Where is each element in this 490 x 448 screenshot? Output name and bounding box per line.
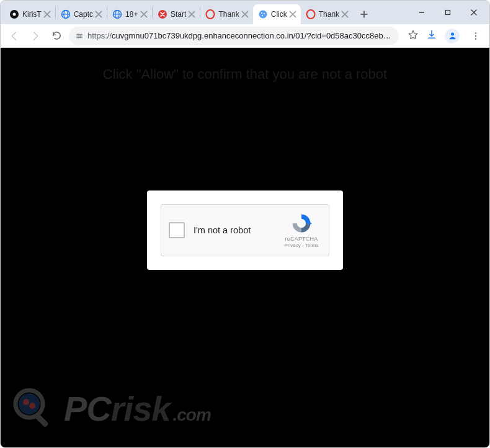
maximize-button[interactable]	[436, 4, 460, 21]
svg-point-14	[78, 34, 79, 35]
magnifier-bug-icon	[12, 387, 55, 430]
captcha-card: I'm not a robot reCAPTCHA Privacy - Term…	[147, 190, 343, 270]
minimize-icon	[418, 9, 425, 16]
svg-point-17	[451, 33, 454, 36]
svg-point-16	[78, 37, 79, 38]
close-icon[interactable]	[43, 10, 51, 19]
tab-4[interactable]: Thank	[200, 4, 252, 24]
watermark-text: PCrisk.com	[64, 388, 211, 429]
maximize-icon	[444, 9, 452, 16]
page-content: Click "Allow" to confirm that you are no…	[1, 48, 489, 447]
arrow-right-icon	[30, 30, 41, 42]
browser-window: KirisT Captc 18+	[0, 0, 490, 448]
titlebar: KirisT Captc 18+	[1, 1, 489, 24]
toolbar-actions	[408, 27, 484, 45]
kebab-icon	[471, 31, 481, 41]
address-bar[interactable]: https://cuvgmnu071bc739ukdpg.enhanceconn…	[69, 27, 399, 45]
tab-strip: KirisT Captc 18+	[4, 1, 404, 24]
recaptcha-label: I'm not a robot	[194, 225, 282, 235]
svg-rect-13	[446, 11, 450, 15]
watermark-dotcom: .com	[172, 405, 210, 425]
close-icon[interactable]	[94, 10, 103, 19]
svg-point-23	[19, 393, 40, 414]
close-icon[interactable]	[140, 10, 148, 19]
tab-title: KirisT	[22, 10, 42, 19]
svg-point-11	[262, 15, 263, 16]
favicon-globe-icon	[61, 9, 71, 19]
recaptcha-links[interactable]: Privacy - Terms	[282, 243, 321, 248]
recaptcha-brand: reCAPTCHA Privacy - Terms	[282, 212, 321, 248]
favicon-stop-icon	[158, 9, 167, 19]
toolbar: https://cuvgmnu071bc739ukdpg.enhanceconn…	[1, 24, 489, 48]
recaptcha-widget[interactable]: I'm not a robot reCAPTCHA Privacy - Term…	[161, 204, 329, 256]
svg-point-7	[207, 10, 215, 19]
back-button[interactable]	[6, 27, 23, 45]
watermark-pc: PC	[64, 388, 111, 429]
close-icon	[470, 9, 478, 16]
favicon-globe-icon	[112, 9, 122, 19]
menu-button[interactable]	[467, 27, 484, 45]
svg-point-9	[261, 12, 262, 14]
svg-point-15	[80, 35, 81, 36]
svg-point-18	[475, 32, 476, 34]
download-icon	[426, 29, 437, 40]
new-tab-button[interactable]	[355, 6, 373, 23]
reload-button[interactable]	[48, 27, 65, 45]
forward-button[interactable]	[27, 27, 44, 45]
close-window-button[interactable]	[462, 4, 486, 21]
close-icon[interactable]	[288, 10, 297, 19]
favicon-cookie-icon	[258, 9, 268, 19]
svg-point-8	[259, 11, 267, 19]
recaptcha-logo-icon	[290, 212, 313, 235]
close-icon[interactable]	[187, 10, 196, 19]
downloads-button[interactable]	[426, 29, 437, 43]
bookmark-button[interactable]	[408, 29, 419, 43]
svg-point-10	[264, 13, 265, 14]
svg-rect-26	[35, 413, 49, 428]
tab-title: Start	[171, 10, 186, 19]
profile-button[interactable]	[445, 29, 460, 43]
tab-title: Click	[271, 10, 287, 19]
tab-title: Thank	[218, 10, 239, 19]
favicon-dot-icon	[9, 9, 19, 19]
tune-icon	[75, 32, 84, 40]
person-icon	[448, 31, 457, 40]
favicon-opera-icon	[205, 9, 215, 19]
recaptcha-brand-name: reCAPTCHA	[282, 236, 321, 242]
watermark: PCrisk.com	[12, 387, 211, 430]
url-text: cuvgmnu071bc739ukdpg.enhanceconnection.c…	[112, 31, 393, 40]
close-icon[interactable]	[341, 10, 349, 19]
arrow-left-icon	[9, 30, 20, 42]
tab-1[interactable]: Captc	[56, 4, 107, 24]
tab-2[interactable]: 18+	[107, 4, 152, 24]
tab-3[interactable]: Start	[153, 4, 200, 24]
window-controls	[404, 1, 489, 24]
star-icon	[408, 29, 419, 40]
svg-marker-21	[309, 222, 312, 225]
tab-title: 18+	[125, 10, 138, 19]
tab-title: Thank	[319, 10, 339, 19]
svg-point-25	[29, 403, 35, 409]
reload-icon	[51, 30, 62, 41]
tab-title: Captc	[74, 10, 93, 19]
svg-point-1	[13, 13, 16, 16]
watermark-risk: risk	[111, 388, 171, 429]
svg-point-20	[475, 38, 476, 39]
svg-point-12	[306, 10, 314, 19]
page-headline: Click "Allow" to confirm that you are no…	[1, 66, 489, 83]
close-icon[interactable]	[241, 10, 249, 19]
url-scheme: https://	[87, 31, 112, 40]
tab-5-active[interactable]: Click	[253, 4, 301, 24]
svg-point-24	[23, 399, 29, 405]
plus-icon	[360, 10, 368, 19]
tab-0[interactable]: KirisT	[4, 4, 55, 24]
minimize-button[interactable]	[410, 4, 434, 21]
svg-point-19	[475, 35, 476, 36]
favicon-opera-icon	[306, 9, 316, 19]
recaptcha-checkbox[interactable]	[169, 222, 185, 238]
tab-6[interactable]: Thank	[301, 4, 353, 24]
